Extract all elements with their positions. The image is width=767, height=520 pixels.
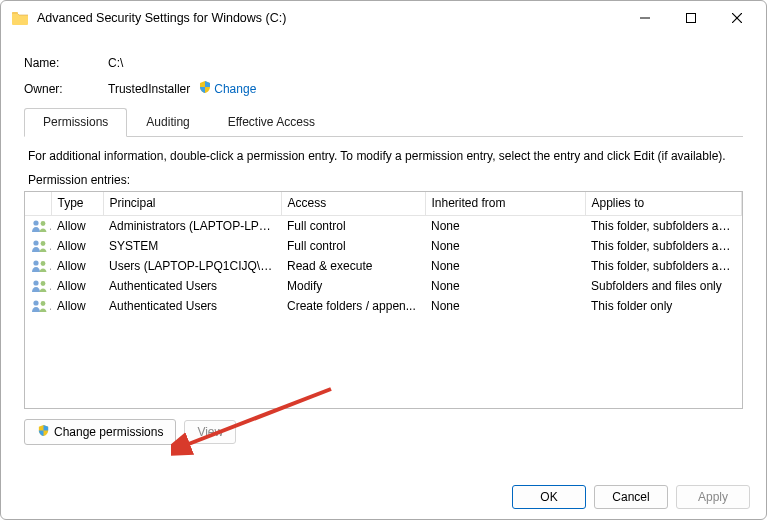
change-owner-link[interactable]: Change [214,82,256,96]
tab-auditing[interactable]: Auditing [127,108,208,137]
dialog-content: Name: C:\ Owner: TrustedInstaller Change… [1,35,766,462]
view-button[interactable]: View [184,420,236,444]
change-permissions-label: Change permissions [54,425,163,439]
owner-value: TrustedInstaller [108,82,190,96]
col-header-principal[interactable]: Principal [103,192,281,216]
col-header-inherited[interactable]: Inherited from [425,192,585,216]
cell-inherited: None [425,256,585,276]
col-header-access[interactable]: Access [281,192,425,216]
cell-inherited: None [425,236,585,256]
minimize-button[interactable] [622,4,668,32]
ok-button[interactable]: OK [512,485,586,509]
name-value: C:\ [108,56,743,70]
cell-access: Full control [281,216,425,237]
window-controls [622,4,760,32]
svg-point-11 [33,280,38,285]
svg-point-10 [41,261,46,266]
shield-icon [198,80,212,97]
cell-access: Modify [281,276,425,296]
cell-inherited: None [425,216,585,237]
folder-icon [11,9,29,27]
cell-type: Allow [51,276,103,296]
svg-point-8 [41,241,46,246]
owner-label: Owner: [24,82,108,96]
cell-applies: This folder only [585,296,742,316]
tab-effective-access[interactable]: Effective Access [209,108,334,137]
table-row[interactable]: AllowUsers (LAPTOP-LPQ1CIJQ\Use...Read &… [25,256,742,276]
svg-point-9 [33,260,38,265]
users-icon [25,276,51,296]
cell-type: Allow [51,216,103,237]
svg-point-14 [41,301,46,306]
entries-label: Permission entries: [28,173,739,187]
col-header-icon[interactable] [25,192,51,216]
table-row[interactable]: AllowAdministrators (LAPTOP-LPQ...Full c… [25,216,742,237]
users-icon [25,296,51,316]
dialog-footer: OK Cancel Apply [512,485,750,509]
svg-point-6 [41,221,46,226]
svg-point-13 [33,300,38,305]
grid-header-row: Type Principal Access Inherited from App… [25,192,742,216]
shield-icon [37,424,50,440]
users-icon [25,256,51,276]
titlebar: Advanced Security Settings for Windows (… [1,1,766,35]
cell-principal: Authenticated Users [103,296,281,316]
name-label: Name: [24,56,108,70]
cell-applies: This folder, subfolders and files [585,216,742,237]
table-row[interactable]: AllowAuthenticated UsersModifyNoneSubfol… [25,276,742,296]
cell-inherited: None [425,276,585,296]
apply-button[interactable]: Apply [676,485,750,509]
col-header-applies[interactable]: Applies to [585,192,742,216]
cell-principal: SYSTEM [103,236,281,256]
cell-principal: Administrators (LAPTOP-LPQ... [103,216,281,237]
users-icon [25,236,51,256]
cell-applies: Subfolders and files only [585,276,742,296]
cell-applies: This folder, subfolders and files [585,236,742,256]
close-button[interactable] [714,4,760,32]
table-row[interactable]: AllowSYSTEMFull controlNoneThis folder, … [25,236,742,256]
svg-point-12 [41,281,46,286]
svg-rect-2 [687,14,696,23]
svg-rect-0 [12,12,18,14]
cell-inherited: None [425,296,585,316]
users-icon [25,216,51,237]
tab-permissions[interactable]: Permissions [24,108,127,137]
cell-type: Allow [51,296,103,316]
svg-point-5 [33,220,38,225]
cell-type: Allow [51,256,103,276]
svg-point-7 [33,240,38,245]
col-header-type[interactable]: Type [51,192,103,216]
maximize-button[interactable] [668,4,714,32]
instructions-text: For additional information, double-click… [28,149,739,163]
cell-type: Allow [51,236,103,256]
cell-access: Read & execute [281,256,425,276]
cell-principal: Users (LAPTOP-LPQ1CIJQ\Use... [103,256,281,276]
table-row[interactable]: AllowAuthenticated UsersCreate folders /… [25,296,742,316]
cell-access: Full control [281,236,425,256]
cancel-button[interactable]: Cancel [594,485,668,509]
permission-entries-grid[interactable]: Type Principal Access Inherited from App… [24,191,743,409]
cell-principal: Authenticated Users [103,276,281,296]
cell-access: Create folders / appen... [281,296,425,316]
cell-applies: This folder, subfolders and files [585,256,742,276]
window-title: Advanced Security Settings for Windows (… [37,11,622,25]
tab-strip: Permissions Auditing Effective Access [24,107,743,137]
change-permissions-button[interactable]: Change permissions [24,419,176,445]
